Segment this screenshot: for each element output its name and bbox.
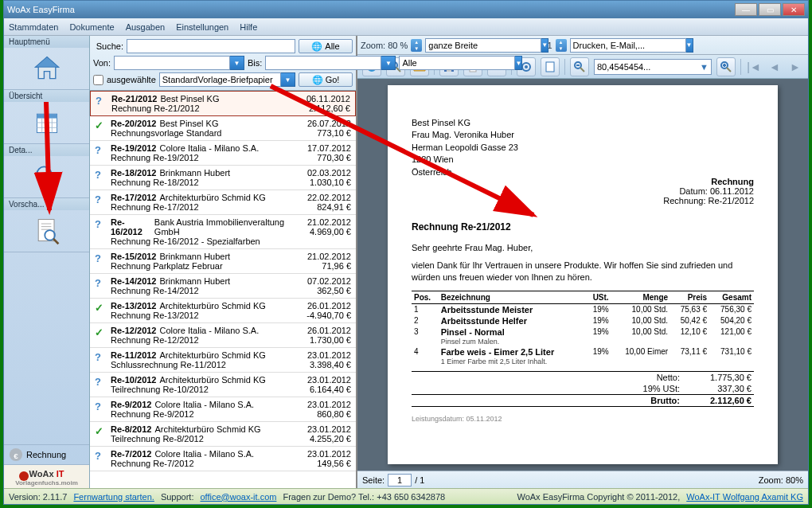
list-item[interactable]: ✓ Re-8/2012Architekturbüro Schmid KG Tei… bbox=[90, 422, 356, 447]
euro-icon: € bbox=[9, 447, 23, 462]
list-item[interactable]: ? Re-14/2012Brinkmann Hubert Rechnung Re… bbox=[90, 274, 356, 299]
question-icon: ? bbox=[95, 218, 101, 230]
svg-point-19 bbox=[19, 471, 29, 481]
menubar: Stammdaten Dokumente Ausgaben Einstellun… bbox=[4, 18, 808, 36]
page-spinner[interactable] bbox=[556, 39, 567, 52]
status-fernwartung[interactable]: Fernwartung starten. bbox=[73, 492, 154, 502]
question-icon: ? bbox=[95, 376, 101, 388]
maximize-button[interactable]: ▭ bbox=[759, 3, 781, 16]
von-label: Von: bbox=[93, 58, 111, 68]
svg-text:€: € bbox=[14, 451, 18, 460]
seite-input[interactable] bbox=[388, 474, 412, 487]
nav-prev[interactable]: ◄ bbox=[767, 59, 783, 75]
alle-button[interactable]: 🌐 Alle bbox=[299, 39, 353, 53]
nav-first[interactable]: |◄ bbox=[746, 59, 762, 75]
status-copyright: WoAx EasyFirma Copyright © 2011-2012, bbox=[517, 492, 680, 502]
sidebar-details-header[interactable]: Deta... bbox=[4, 144, 89, 156]
check-icon: ✓ bbox=[95, 425, 103, 437]
sidebar-hauptmenu-header[interactable]: Hauptmenü bbox=[4, 36, 89, 48]
von-input[interactable] bbox=[114, 56, 230, 70]
seite-label: Seite: bbox=[362, 475, 385, 485]
list-item[interactable]: ? Re-15/2012Brinkmann Hubert Rechnung Pa… bbox=[90, 249, 356, 274]
sidebar-vorschau-header[interactable]: Vorscha... bbox=[4, 198, 89, 210]
document-viewer[interactable]: Best Pinsel KGFrau Mag. Veronika HuberHe… bbox=[357, 79, 808, 471]
doc-head-date: Datum: 06.11.2012 bbox=[412, 186, 754, 196]
list-item[interactable]: ? Re-17/2012Architekturbüro Schmid KG Re… bbox=[90, 190, 356, 215]
svg-line-35 bbox=[580, 68, 584, 72]
menu-einstellungen[interactable]: Einstellungen bbox=[176, 22, 228, 32]
doc-body: vielen Dank für Ihr Vertrauen in unsere … bbox=[412, 260, 754, 283]
close-button[interactable]: ✕ bbox=[783, 3, 805, 16]
menu-stammdaten[interactable]: Stammdaten bbox=[9, 22, 58, 32]
status-email[interactable]: office@woax-it.com bbox=[200, 492, 276, 502]
list-item[interactable]: ? Re-7/2012Colore Italia - Milano S.A. R… bbox=[90, 447, 356, 471]
list-item[interactable]: ? Re-16/2012Bank Austria Immobilienveral… bbox=[90, 215, 356, 249]
svg-point-31 bbox=[525, 65, 528, 68]
viewer-footer: Seite: / 1 Zoom: 80% bbox=[357, 471, 808, 488]
tool-zoomout[interactable] bbox=[570, 57, 589, 76]
check-icon: ✓ bbox=[95, 119, 103, 131]
list-item[interactable]: ? Re-10/2012Architekturbüro Schmid KG Te… bbox=[90, 373, 356, 397]
svg-marker-1 bbox=[35, 57, 58, 68]
width-mode-dropdown[interactable] bbox=[541, 38, 548, 53]
suche-input[interactable] bbox=[127, 39, 295, 53]
print-menu-dropdown[interactable] bbox=[686, 38, 693, 53]
list-item[interactable]: ? Re-21/2012Best Pinsel KG Rechnung Re-2… bbox=[90, 91, 356, 116]
von-dropdown-button[interactable] bbox=[230, 56, 244, 70]
doc-title: Rechnung Re-21/2012 bbox=[412, 221, 754, 233]
type-dropdown-button[interactable] bbox=[515, 56, 522, 70]
go-button[interactable]: 🌐 Go! bbox=[299, 72, 353, 87]
menu-dokumente[interactable]: Dokumente bbox=[69, 22, 114, 32]
ausgewahlte-checkbox[interactable] bbox=[93, 75, 103, 85]
zoom-spinner[interactable] bbox=[411, 39, 422, 52]
width-mode-input[interactable] bbox=[425, 38, 541, 53]
sidebar-details-body[interactable] bbox=[4, 156, 89, 197]
footer-zoom: Zoom: 80% bbox=[759, 475, 803, 485]
check-icon: ✓ bbox=[95, 302, 103, 314]
svg-line-10 bbox=[49, 179, 57, 187]
check-icon: ✓ bbox=[95, 326, 103, 338]
type-input[interactable] bbox=[399, 56, 515, 70]
list-item[interactable]: ✓ Re-20/2012Best Pinsel KG Rechnungsvorl… bbox=[90, 116, 356, 141]
doc-head-re: Rechnung: Re-21/2012 bbox=[412, 196, 754, 205]
titlebar[interactable]: WoAx EasyFirma — ▭ ✕ bbox=[4, 1, 808, 18]
status-support: Support: bbox=[161, 492, 194, 502]
list-item[interactable]: ? Re-18/2012Brinkmann Hubert Rechnung Re… bbox=[90, 166, 356, 190]
calendar-icon bbox=[33, 108, 61, 137]
minimize-button[interactable]: — bbox=[735, 3, 757, 16]
logo-footer: WoAx IT Vorlagenfuchs.moim bbox=[4, 464, 89, 488]
svg-line-39 bbox=[727, 68, 731, 72]
list-item[interactable]: ? Re-11/2012Architekturbüro Schmid KG Sc… bbox=[90, 348, 356, 373]
suche-label: Suche: bbox=[93, 41, 123, 51]
sidebar-ubersicht-header[interactable]: Übersicht bbox=[4, 90, 89, 102]
menu-hilfe[interactable]: Hilfe bbox=[240, 22, 257, 32]
bis-input[interactable] bbox=[265, 56, 381, 70]
sidebar-vorschau-body[interactable] bbox=[4, 210, 89, 252]
invoice-list[interactable]: ? Re-21/2012Best Pinsel KG Rechnung Re-2… bbox=[90, 91, 356, 488]
template-dropdown-button[interactable] bbox=[281, 72, 295, 87]
zoom-dropdown[interactable]: 80,4545454...▼ bbox=[594, 59, 712, 75]
seite-of: / 1 bbox=[415, 475, 424, 485]
status-version: Version: 2.11.7 bbox=[9, 492, 67, 502]
menu-ausgaben[interactable]: Ausgaben bbox=[126, 22, 166, 32]
tool-zoomin[interactable] bbox=[716, 57, 736, 76]
list-item[interactable]: ? Re-19/2012Colore Italia - Milano S.A. … bbox=[90, 141, 356, 166]
statusbar: Version: 2.11.7 Fernwartung starten. Sup… bbox=[4, 488, 808, 504]
sidebar-ubersicht-body[interactable] bbox=[4, 102, 89, 143]
list-item[interactable]: ✓ Re-13/2012Architekturbüro Schmid KG Re… bbox=[90, 299, 356, 323]
nav-next[interactable]: ► bbox=[787, 59, 803, 75]
sidebar: Hauptmenü Übersicht Deta... Vorscha... bbox=[4, 36, 90, 488]
sidebar-rechnung-label[interactable]: Rechnung bbox=[26, 450, 66, 459]
list-item[interactable]: ? Re-9/2012Colore Italia - Milano S.A. R… bbox=[90, 397, 356, 422]
question-icon: ? bbox=[95, 450, 101, 462]
doc-leistung: Leistungsdatum: 05.11.2012 bbox=[412, 415, 754, 423]
list-panel: Suche: 🌐 Alle Von: Bis: ausgewählte 🌐 Go… bbox=[90, 36, 357, 488]
bis-dropdown-button[interactable] bbox=[381, 56, 396, 70]
list-item[interactable]: ✓ Re-12/2012Colore Italia - Milano S.A. … bbox=[90, 323, 356, 348]
sidebar-hauptmenu-body[interactable] bbox=[4, 48, 89, 89]
tool-page[interactable] bbox=[541, 57, 560, 76]
zoom-label: Zoom: 80 % bbox=[361, 41, 408, 50]
status-link[interactable]: WoAx-IT Wolfgang Axamit KG bbox=[686, 492, 803, 502]
print-menu-input[interactable] bbox=[570, 38, 686, 53]
template-input[interactable] bbox=[159, 72, 281, 87]
